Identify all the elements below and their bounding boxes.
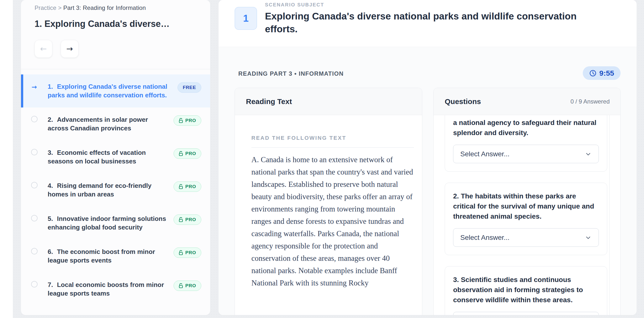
questions-scrollbar-track[interactable] [610,115,610,315]
lesson-item-5[interactable]: 5.Innovative indoor farming solutions en… [21,207,210,240]
questions-panel: Questions 0 / 9 Answered a national agen… [433,88,620,315]
lesson-item-3[interactable]: 3.Economic effects of vacation seasons o… [21,141,210,173]
reading-panel-header: Reading Text [235,88,422,115]
pro-badge: PRO [174,181,201,192]
answer-select-1[interactable]: Select Answer... [453,145,599,163]
lock-open-icon [179,283,183,288]
lesson-item-4[interactable]: 4.Rising demand for eco-friendly homes i… [21,173,210,207]
lesson-number: 6. [48,248,53,255]
select-placeholder: Select Answer... [460,150,510,158]
scenario-eyebrow-label: SCENARIO SUBJECT [265,2,324,8]
lesson-label: Exploring Canada's diverse national park… [48,83,168,99]
clock-icon [589,70,596,77]
questions-panel-title: Questions [445,97,481,106]
section-label: READING PART 3 • INFORMATION [238,70,344,77]
lock-open-icon [179,250,183,255]
timer-badge: 9:55 [583,66,620,80]
radio-circle-icon [31,248,38,254]
lesson-label: Innovative indoor farming solutions enha… [48,215,166,231]
chevron-down-icon [585,151,592,158]
lesson-label: Local economic boosts from minor league … [48,281,164,297]
instruction-divider [252,148,414,148]
lock-open-icon [179,217,183,222]
reading-text-panel: Reading Text READ THE FOLLOWING TEXT A. … [234,88,422,315]
free-badge: FREE [178,82,201,93]
pro-badge: PRO [174,248,201,258]
breadcrumb-current: Part 3: Reading for Information [63,4,146,11]
select-placeholder: Select Answer... [460,234,510,242]
lesson-label: Rising demand for eco-friendly homes in … [48,182,152,198]
answered-progress: 0 / 9 Answered [570,98,610,105]
main-panel: 1 SCENARIO SUBJECT Exploring Canada's di… [218,0,636,315]
lesson-number: 4. [48,182,53,189]
panels-row: Reading Text READ THE FOLLOWING TEXT A. … [234,88,620,315]
questions-scroll-area[interactable]: a national agency to safeguard their nat… [434,115,620,315]
lesson-number: 3. [48,149,53,156]
radio-circle-icon [31,215,38,221]
lesson-item-7[interactable]: 7.Local economic boosts from minor leagu… [21,273,210,306]
lesson-number: 2. [48,116,53,123]
answer-select-3[interactable]: Select Answer... [453,312,599,315]
lesson-label: Economic effects of vacation seasons on … [48,149,146,165]
sidebar-lesson-title: 1. Exploring Canada's diverse… [34,19,199,29]
content-area: READING PART 3 • INFORMATION 9:55 Readin… [218,47,636,315]
sidebar-header: Practice > Part 3: Reading for Informati… [21,0,210,69]
breadcrumb-separator: > [58,4,62,11]
answer-select-2[interactable]: Select Answer... [453,228,599,247]
timer-value: 9:55 [599,69,614,77]
lesson-label: The economic boost from minor league spo… [48,248,155,264]
chevron-down-icon [585,234,592,241]
previous-lesson-button[interactable]: ← [34,40,52,58]
radio-circle-icon [31,182,38,188]
question-card-3: 3. Scientific studies and continuous obs… [445,266,607,315]
radio-circle-icon [31,149,38,155]
scenario-number-badge: 1 [234,7,257,30]
pro-badge: PRO [174,281,201,291]
sidebar: Practice > Part 3: Reading for Informati… [21,0,210,315]
questions-panel-header: Questions 0 / 9 Answered [434,88,620,115]
radio-circle-icon [31,116,38,122]
pro-badge: PRO [174,149,201,159]
scenario-title: Exploring Canada's diverse national park… [265,10,601,35]
scenario-header: 1 SCENARIO SUBJECT Exploring Canada's di… [218,0,636,47]
page-background: Practice > Part 3: Reading for Informati… [13,0,644,318]
lesson-number: 5. [48,215,53,222]
lock-open-icon [179,151,183,156]
question-card-1: a national agency to safeguard their nat… [445,115,607,171]
lesson-item-6[interactable]: 6.The economic boost from minor league s… [21,240,210,273]
pro-badge: PRO [174,115,201,126]
question-text: 2. The habitats within these parks are c… [453,191,599,221]
reading-panel-title: Reading Text [246,97,292,106]
lesson-number: 7. [48,281,53,288]
content-toolbar: READING PART 3 • INFORMATION 9:55 [218,47,636,88]
breadcrumb-root[interactable]: Practice [34,4,56,11]
reading-body[interactable]: READ THE FOLLOWING TEXT A. Canada is hom… [235,115,422,299]
lesson-list: → 1.Exploring Canada's diverse national … [21,69,210,306]
lesson-item-1[interactable]: → 1.Exploring Canada's diverse national … [21,74,210,108]
question-text: a national agency to safeguard their nat… [453,118,599,138]
lesson-number: 1. [48,83,53,90]
lock-open-icon [179,184,183,189]
question-text: 3. Scientific studies and continuous obs… [453,275,599,305]
lesson-item-2[interactable]: 2.Advancements in solar power across Can… [21,108,210,141]
reading-instruction-label: READ THE FOLLOWING TEXT [252,135,414,141]
pro-badge: PRO [174,214,201,225]
lesson-label: Advancements in solar power across Canad… [48,116,148,132]
radio-circle-icon [31,281,38,288]
arrow-right-icon: → [66,44,73,53]
arrow-left-icon: ← [40,44,47,53]
breadcrumb: Practice > Part 3: Reading for Informati… [34,4,199,11]
reading-passage: A. Canada is home to an extensive networ… [252,154,414,289]
question-card-2: 2. The habitats within these parks are c… [445,183,607,255]
lesson-nav-buttons: ← → [34,40,199,69]
lock-open-icon [179,118,183,123]
next-lesson-button[interactable]: → [61,40,78,58]
current-item-arrow-icon: → [32,83,37,100]
